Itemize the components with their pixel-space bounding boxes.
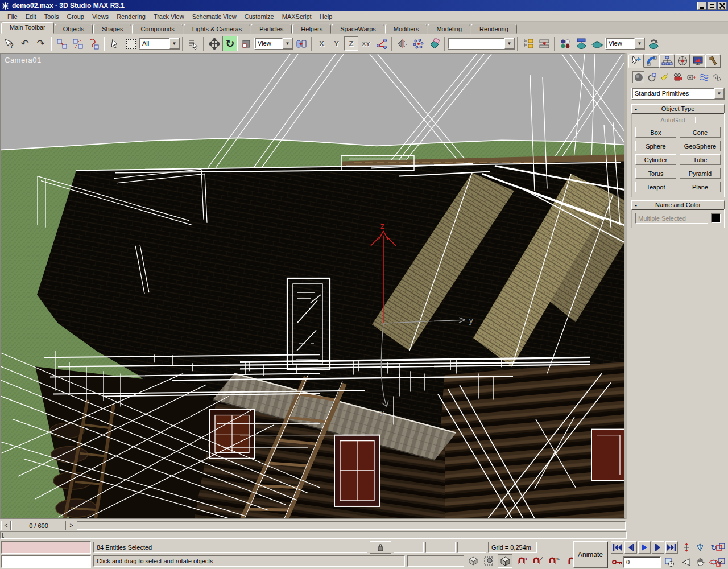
slider-prev-button[interactable]: < <box>1 521 11 530</box>
degradation-override-button[interactable] <box>466 555 480 567</box>
object-type-rollout-header[interactable]: - Object Type <box>631 104 725 113</box>
use-pivot-point-center-button[interactable] <box>293 36 309 51</box>
schematic-view-button[interactable] <box>520 36 536 51</box>
truck-camera-button[interactable] <box>694 556 706 568</box>
select-and-move-button[interactable] <box>206 36 222 51</box>
time-slider-handle[interactable]: 0 / 600 <box>11 521 66 530</box>
tab-helpers[interactable]: Helpers <box>292 24 331 34</box>
chevron-down-icon[interactable]: ▼ <box>283 38 292 49</box>
restrict-y-button[interactable]: Y <box>329 36 344 51</box>
dolly-camera-button[interactable] <box>680 541 693 554</box>
chevron-down-icon[interactable]: ▼ <box>714 88 724 99</box>
snap-3d-button[interactable]: 3 <box>515 555 529 567</box>
lights-category-button[interactable] <box>659 71 671 83</box>
camera-viewport[interactable]: Camera01 <box>0 53 627 519</box>
chevron-down-icon[interactable]: ▼ <box>635 38 644 49</box>
crossing-selection-button[interactable] <box>482 555 495 567</box>
pyramid-button[interactable]: Pyramid <box>680 168 721 179</box>
time-configuration-button[interactable] <box>663 556 676 568</box>
menu-maxscript[interactable]: MAXScript <box>278 12 316 21</box>
geosphere-button[interactable]: GeoSphere <box>680 141 721 151</box>
motion-tab[interactable] <box>675 54 690 68</box>
select-and-scale-button[interactable] <box>238 36 254 51</box>
spacewarps-category-button[interactable] <box>698 71 710 83</box>
slider-next-button[interactable]: > <box>67 521 76 530</box>
cone-button[interactable]: Cone <box>680 127 721 138</box>
align-button[interactable] <box>427 36 442 51</box>
restrict-xy-plane-button[interactable]: XY <box>359 36 373 51</box>
redo-button[interactable]: ↷ <box>33 36 48 51</box>
rectangular-selection-region-button[interactable] <box>123 36 138 51</box>
tab-main-toolbar[interactable]: Main Toolbar <box>1 22 54 34</box>
tab-rendering[interactable]: Rendering <box>471 24 517 34</box>
animate-button[interactable]: Animate <box>573 541 607 568</box>
link-button[interactable] <box>54 36 69 51</box>
menu-edit[interactable]: Edit <box>22 12 40 21</box>
chevron-down-icon[interactable]: ▼ <box>504 38 514 49</box>
render-type-dropdown[interactable]: View ▼ <box>605 38 645 50</box>
plane-button[interactable]: Plane <box>680 182 721 192</box>
menu-views[interactable]: Views <box>88 12 113 21</box>
chevron-down-icon[interactable]: ▼ <box>169 38 179 49</box>
cylinder-button[interactable]: Cylinder <box>635 154 676 165</box>
viewport-label[interactable]: Camera01 <box>5 56 42 64</box>
sphere-button[interactable]: Sphere <box>635 141 676 151</box>
tab-lights-cameras[interactable]: Lights & Cameras <box>184 24 250 34</box>
name-color-rollout-header[interactable]: - Name and Color <box>631 200 725 209</box>
array-button[interactable] <box>411 36 426 51</box>
field-of-view-button[interactable] <box>680 556 693 568</box>
min-max-toggle-button[interactable] <box>714 556 727 568</box>
mirror-button[interactable] <box>395 36 410 51</box>
play-button[interactable] <box>638 541 651 554</box>
menu-schematic-view[interactable]: Schematic View <box>188 12 241 21</box>
current-frame-field[interactable]: 0 <box>623 556 661 568</box>
select-and-manipulate-button[interactable] <box>374 36 389 51</box>
restrict-x-button[interactable]: X <box>315 36 329 51</box>
select-by-name-button[interactable] <box>185 36 201 51</box>
perspective-button[interactable] <box>694 541 706 554</box>
menu-customize[interactable]: Customize <box>241 12 278 21</box>
systems-category-button[interactable] <box>711 71 723 83</box>
autogrid-checkbox[interactable] <box>689 117 696 123</box>
coord-x-field[interactable] <box>394 542 424 553</box>
restrict-z-button[interactable]: Z <box>344 36 358 51</box>
reference-coordinate-system-dropdown[interactable]: View ▼ <box>254 38 293 50</box>
restore-button[interactable] <box>708 2 717 10</box>
help-mode-button[interactable]: ? <box>1 36 16 51</box>
coord-y-field[interactable] <box>425 542 456 553</box>
primitive-category-dropdown[interactable]: Standard Primitives ▼ <box>631 88 725 100</box>
tab-spacewarps[interactable]: SpaceWarps <box>332 24 384 34</box>
maxscript-mini-listener-pink[interactable] <box>1 541 91 554</box>
menu-help[interactable]: Help <box>316 12 337 21</box>
maxscript-mini-listener-white[interactable] <box>1 555 91 568</box>
named-selection-sets-dropdown[interactable]: ▼ <box>448 38 515 50</box>
menu-tools[interactable]: Tools <box>40 12 63 21</box>
geometry-category-button[interactable] <box>632 71 644 83</box>
tab-shapes[interactable]: Shapes <box>93 24 131 34</box>
selection-filter-dropdown[interactable]: All ▼ <box>139 38 180 50</box>
undo-button[interactable]: ↶ <box>17 36 32 51</box>
menu-rendering[interactable]: Rendering <box>113 12 150 21</box>
coord-z-field[interactable] <box>457 542 486 553</box>
previous-frame-button[interactable] <box>624 541 637 554</box>
go-to-start-button[interactable] <box>611 541 623 554</box>
render-last-button[interactable] <box>646 36 661 51</box>
display-tab[interactable] <box>690 54 705 68</box>
go-to-end-button[interactable] <box>665 541 678 554</box>
track-bar[interactable] <box>0 531 627 539</box>
angle-snap-button[interactable]: ∠ <box>531 555 545 567</box>
create-tab[interactable] <box>628 54 644 68</box>
time-slider-track[interactable] <box>77 521 626 530</box>
zoom-extents-all-button[interactable] <box>714 541 727 554</box>
helpers-category-button[interactable] <box>685 71 697 83</box>
quick-render-button[interactable] <box>589 36 605 51</box>
teapot-button[interactable]: Teapot <box>635 182 676 192</box>
material-editor-button[interactable] <box>557 36 573 51</box>
box-button[interactable]: Box <box>635 127 676 138</box>
menu-file[interactable]: File <box>3 12 22 21</box>
collapse-icon[interactable]: - <box>632 105 640 112</box>
tab-modifiers[interactable]: Modifiers <box>385 24 428 34</box>
cameras-category-button[interactable] <box>672 71 684 83</box>
minimize-button[interactable] <box>697 2 706 10</box>
select-and-rotate-button[interactable]: ↻ <box>222 36 238 51</box>
